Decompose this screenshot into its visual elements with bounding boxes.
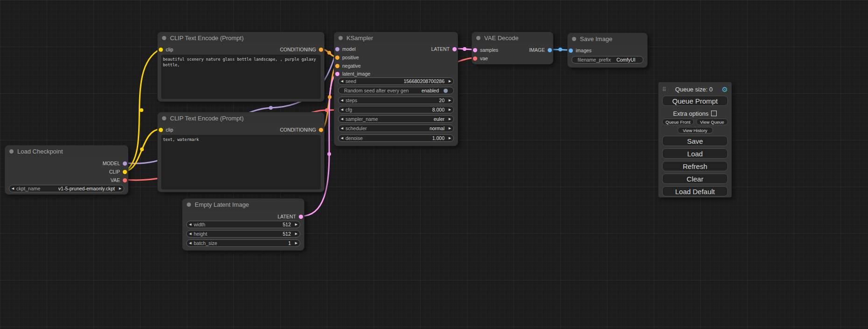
node-vae-decode[interactable]: VAE Decode samples vae IMAGE [472, 32, 553, 64]
arrow-left-icon[interactable]: ◀ [187, 231, 194, 237]
widget-denoise[interactable]: ◀ denoise 1.000 ▶ [338, 134, 454, 142]
collapse-dot-icon[interactable] [162, 116, 166, 120]
output-port-vae[interactable] [123, 178, 127, 182]
node-title: CLIP Text Encode (Prompt) [170, 35, 244, 42]
queue-prompt-button[interactable]: Queue Prompt [662, 96, 728, 106]
node-title-bar[interactable]: KSampler [334, 32, 458, 43]
widget-sampler-name[interactable]: ◀ sampler_name euler ▶ [338, 115, 454, 123]
collapse-dot-icon[interactable] [9, 149, 14, 154]
node-title-bar[interactable]: Save Image [568, 33, 647, 44]
collapse-dot-icon[interactable] [476, 36, 480, 40]
node-graph-canvas[interactable]: Load Checkpoint MODEL CLIP VAE ◀ ckpt_na… [0, 0, 868, 329]
output-port-model[interactable] [123, 161, 127, 166]
widget-value: normal [430, 126, 446, 131]
input-port-latent-image[interactable] [335, 72, 339, 76]
widget-steps[interactable]: ◀ steps 20 ▶ [338, 97, 454, 104]
node-clip-text-encode-positive[interactable]: CLIP Text Encode (Prompt) clip CONDITION… [157, 32, 325, 102]
arrow-right-icon[interactable]: ▶ [446, 135, 453, 141]
arrow-right-icon[interactable]: ▶ [293, 231, 300, 237]
collapse-dot-icon[interactable] [339, 36, 343, 40]
widget-height[interactable]: ◀ height 512 ▶ [186, 230, 300, 238]
arrow-right-icon[interactable]: ▶ [117, 185, 124, 192]
arrow-right-icon[interactable]: ▶ [293, 221, 300, 228]
input-port-clip[interactable] [159, 128, 163, 132]
arrow-right-icon[interactable]: ▶ [446, 97, 453, 104]
output-port-conditioning[interactable] [319, 48, 323, 52]
arrow-left-icon[interactable]: ◀ [9, 185, 16, 192]
collapse-dot-icon[interactable] [187, 203, 191, 207]
node-clip-text-encode-negative[interactable]: CLIP Text Encode (Prompt) clip CONDITION… [157, 112, 325, 192]
extra-options-checkbox[interactable] [711, 111, 717, 116]
widget-cfg[interactable]: ◀ cfg 8.000 ▶ [338, 106, 454, 113]
arrow-left-icon[interactable]: ◀ [339, 97, 346, 104]
node-title-bar[interactable]: CLIP Text Encode (Prompt) [158, 32, 324, 43]
drag-handle-icon[interactable]: ⠿ [662, 86, 666, 93]
input-port-clip[interactable] [159, 48, 163, 52]
widget-batch-size[interactable]: ◀ batch_size 1 ▶ [186, 239, 300, 247]
output-port-clip[interactable] [123, 170, 127, 174]
collapse-dot-icon[interactable] [572, 37, 576, 41]
output-port-image[interactable] [548, 48, 552, 52]
menu-panel[interactable]: ⠿ Queue size: 0 ⚙ Queue Prompt Extra opt… [658, 82, 732, 197]
arrow-right-icon[interactable]: ▶ [293, 240, 300, 246]
arrow-left-icon[interactable]: ◀ [187, 221, 194, 228]
arrow-right-icon[interactable]: ▶ [446, 106, 453, 113]
widget-random-seed-toggle[interactable]: Random seed after every gen enabled [338, 87, 454, 94]
widget-filename-prefix[interactable]: filename_prefix ComfyUI [572, 56, 643, 63]
input-label-clip: clip [166, 47, 173, 52]
node-empty-latent-image[interactable]: Empty Latent Image LATENT ◀ width 512 ▶ … [182, 198, 304, 251]
input-port-model[interactable] [335, 47, 339, 51]
widget-seed[interactable]: ◀ seed 156680208700286 ▶ [338, 77, 454, 85]
arrow-right-icon[interactable]: ▶ [446, 125, 453, 132]
save-button[interactable]: Save [662, 136, 728, 146]
prompt-textarea[interactable]: text, watermark [161, 135, 321, 189]
prompt-textarea[interactable]: beautiful scenery nature glass bottle la… [161, 55, 321, 99]
node-ksampler[interactable]: KSampler model positive negative latent_… [334, 32, 458, 146]
input-port-negative[interactable] [335, 64, 339, 68]
arrow-left-icon[interactable]: ◀ [339, 135, 346, 141]
widget-value: 512 [282, 231, 293, 237]
widget-ckpt-name[interactable]: ◀ ckpt_name v1-5-pruned-emaonly.ckpt ▶ [9, 185, 124, 192]
load-default-button[interactable]: Load Default [662, 186, 728, 196]
output-port-latent[interactable] [299, 215, 303, 219]
output-label-conditioning: CONDITIONING [280, 47, 316, 52]
arrow-left-icon[interactable]: ◀ [187, 240, 194, 246]
node-title-bar[interactable]: Empty Latent Image [183, 199, 304, 210]
arrow-left-icon[interactable]: ◀ [339, 78, 346, 84]
node-title: Save Image [580, 35, 612, 42]
widget-label: height [194, 231, 207, 237]
node-save-image[interactable]: Save Image images filename_prefix ComfyU… [567, 33, 648, 68]
widget-value: 1 [288, 240, 293, 246]
node-title: CLIP Text Encode (Prompt) [170, 115, 244, 122]
input-port-positive[interactable] [335, 56, 339, 60]
arrow-left-icon[interactable]: ◀ [339, 106, 346, 113]
input-port-vae[interactable] [473, 56, 477, 61]
settings-gear-icon[interactable]: ⚙ [722, 85, 728, 94]
arrow-right-icon[interactable]: ▶ [446, 78, 453, 84]
toggle-dot-icon[interactable] [444, 89, 448, 93]
extra-options-label: Extra options [673, 110, 709, 117]
clear-button[interactable]: Clear [662, 174, 728, 184]
widget-scheduler[interactable]: ◀ scheduler normal ▶ [338, 125, 454, 132]
refresh-button[interactable]: Refresh [662, 161, 728, 171]
output-port-latent[interactable] [452, 47, 457, 51]
widget-width[interactable]: ◀ width 512 ▶ [186, 221, 300, 228]
arrow-left-icon[interactable]: ◀ [339, 116, 346, 122]
input-port-images[interactable] [569, 49, 573, 53]
node-title-bar[interactable]: CLIP Text Encode (Prompt) [158, 112, 324, 124]
arrow-right-icon[interactable]: ▶ [446, 116, 453, 122]
load-button[interactable]: Load [662, 148, 728, 159]
node-title-bar[interactable]: Load Checkpoint [5, 146, 128, 157]
collapse-dot-icon[interactable] [162, 36, 166, 40]
node-title: Empty Latent Image [195, 201, 249, 208]
node-load-checkpoint[interactable]: Load Checkpoint MODEL CLIP VAE ◀ ckpt_na… [5, 145, 128, 195]
wire-dot [327, 152, 331, 156]
widget-label: batch_size [194, 240, 217, 246]
arrow-left-icon[interactable]: ◀ [339, 125, 346, 132]
output-port-conditioning[interactable] [319, 128, 323, 132]
view-queue-button[interactable]: View Queue [696, 119, 728, 125]
input-port-samples[interactable] [473, 48, 477, 52]
view-history-button[interactable]: View History [677, 127, 713, 133]
node-title-bar[interactable]: VAE Decode [472, 32, 553, 43]
queue-front-button[interactable]: Queue Front [662, 119, 694, 125]
